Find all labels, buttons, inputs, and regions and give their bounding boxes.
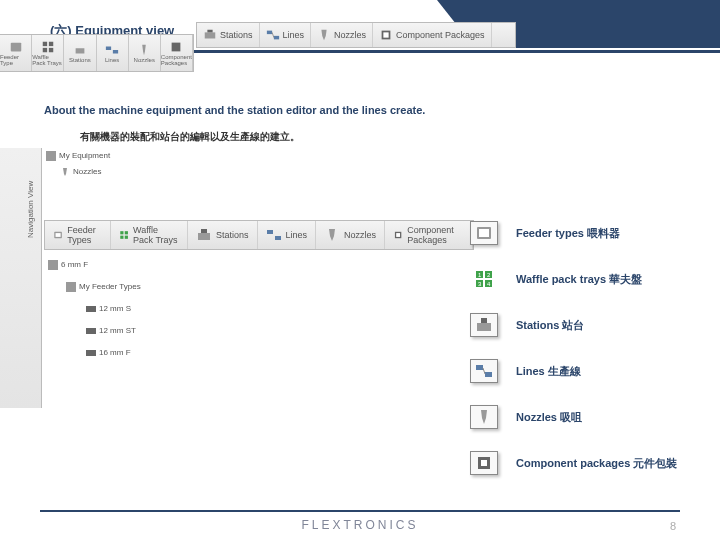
legend-row-waffle: 1234 Waffle pack trays 華夫盤 [470, 256, 680, 302]
legend: Feeder types 喂料器 1234 Waffle pack trays … [470, 210, 680, 486]
legend-label: Component packages 元件包裝 [516, 456, 677, 471]
svg-rect-37 [86, 350, 96, 356]
svg-rect-24 [120, 236, 123, 239]
svg-rect-32 [396, 233, 400, 237]
page-number: 8 [670, 520, 676, 532]
svg-rect-10 [205, 32, 216, 38]
svg-rect-0 [10, 43, 21, 52]
svg-rect-7 [113, 50, 118, 54]
svg-rect-18 [46, 151, 56, 161]
svg-rect-12 [266, 31, 271, 35]
legend-row-station: Stations 站台 [470, 302, 680, 348]
svg-rect-51 [485, 372, 492, 377]
svg-rect-49 [481, 318, 487, 323]
svg-rect-9 [172, 43, 181, 52]
station-icon [470, 313, 498, 337]
legend-row-comp: Component packages 元件包裝 [470, 440, 680, 486]
tree2-item-3[interactable]: 12 mm ST [44, 320, 204, 342]
tb2-lines[interactable]: Lines [260, 23, 312, 47]
tb1-lines[interactable]: Lines [97, 35, 129, 71]
description-en: About the machine equipment and the stat… [44, 104, 425, 116]
svg-rect-23 [125, 231, 128, 234]
svg-line-14 [272, 32, 274, 37]
waffle-icon: 1234 [470, 267, 498, 291]
tb2-stations[interactable]: Stations [197, 23, 260, 47]
tree-2: 6 mm F My Feeder Types 12 mm S 12 mm ST … [44, 254, 204, 364]
toolbar-small: Feeder Type Waffle Pack Trays Stations L… [0, 34, 194, 72]
tree-side-tab[interactable]: Navigation View [0, 148, 42, 408]
svg-rect-25 [125, 236, 128, 239]
legend-label: Waffle pack trays 華夫盤 [516, 272, 642, 287]
toolbar-large: Feeder Types Waffle Pack Trays Stations … [44, 220, 474, 250]
svg-rect-17 [383, 32, 388, 37]
svg-rect-6 [106, 47, 111, 51]
svg-rect-2 [49, 42, 53, 46]
tree1-root[interactable]: My Equipment [42, 148, 172, 164]
tb1-waffle[interactable]: Waffle Pack Trays [32, 35, 64, 71]
svg-rect-33 [48, 260, 58, 270]
svg-rect-3 [43, 48, 47, 52]
svg-rect-11 [207, 30, 212, 33]
svg-rect-29 [275, 236, 281, 240]
legend-label: Feeder types 喂料器 [516, 226, 620, 241]
tb1-nozzles[interactable]: Nozzles [129, 35, 161, 71]
tree-1: My Equipment Nozzles [42, 148, 172, 180]
svg-rect-28 [267, 230, 273, 234]
svg-marker-30 [329, 229, 335, 241]
nozzle-icon [470, 405, 498, 429]
svg-rect-21 [56, 233, 61, 237]
svg-rect-55 [481, 460, 487, 466]
svg-line-52 [483, 368, 485, 374]
svg-rect-48 [477, 323, 491, 331]
svg-marker-19 [63, 168, 67, 176]
legend-row-lines: Lines 生產線 [470, 348, 680, 394]
svg-marker-8 [143, 45, 147, 56]
svg-rect-50 [476, 365, 483, 370]
description-zh: 有關機器的裝配和站台的編輯以及生產線的建立。 [80, 130, 300, 144]
tb3-stations[interactable]: Stations [188, 221, 258, 249]
svg-rect-35 [86, 306, 96, 312]
svg-rect-22 [120, 231, 123, 234]
svg-rect-27 [201, 229, 207, 233]
tb1-comp[interactable]: Component Packages [161, 35, 193, 71]
tree2-item-1[interactable]: My Feeder Types [44, 276, 204, 298]
tb3-lines[interactable]: Lines [258, 221, 317, 249]
legend-row-nozzle: Nozzles 吸咀 [470, 394, 680, 440]
tree2-item-4[interactable]: 16 mm F [44, 342, 204, 364]
svg-rect-26 [198, 233, 210, 240]
lines-icon [470, 359, 498, 383]
tb3-waffle[interactable]: Waffle Pack Trays [111, 221, 188, 249]
legend-label: Stations 站台 [516, 318, 584, 333]
svg-rect-36 [86, 328, 96, 334]
tree2-item-2[interactable]: 12 mm S [44, 298, 204, 320]
tb3-comp[interactable]: Component Packages [385, 221, 473, 249]
footer-logo: FLEXTRONICS [0, 518, 720, 532]
svg-rect-1 [43, 42, 47, 46]
footer-line [40, 510, 680, 512]
svg-marker-53 [481, 410, 487, 424]
svg-marker-15 [321, 30, 326, 41]
tb2-nozzles[interactable]: Nozzles [311, 23, 373, 47]
tb1-stations[interactable]: Stations [64, 35, 96, 71]
tb3-feeder[interactable]: Feeder Types [45, 221, 111, 249]
svg-rect-34 [66, 282, 76, 292]
feeder-icon [470, 221, 498, 245]
svg-rect-5 [76, 48, 85, 53]
svg-rect-13 [273, 36, 278, 40]
legend-label: Lines 生產線 [516, 364, 581, 379]
svg-rect-39 [479, 229, 489, 237]
legend-row-feeder: Feeder types 喂料器 [470, 210, 680, 256]
tb2-comp[interactable]: Component Packages [373, 23, 492, 47]
svg-rect-4 [49, 48, 53, 52]
tb3-nozzles[interactable]: Nozzles [316, 221, 385, 249]
legend-label: Nozzles 吸咀 [516, 410, 582, 425]
tree2-item-0[interactable]: 6 mm F [44, 254, 204, 276]
comp-icon [470, 451, 498, 475]
toolbar-medium: Stations Lines Nozzles Component Package… [196, 22, 516, 48]
tb1-feeder[interactable]: Feeder Type [0, 35, 32, 71]
tree1-child[interactable]: Nozzles [42, 164, 172, 180]
